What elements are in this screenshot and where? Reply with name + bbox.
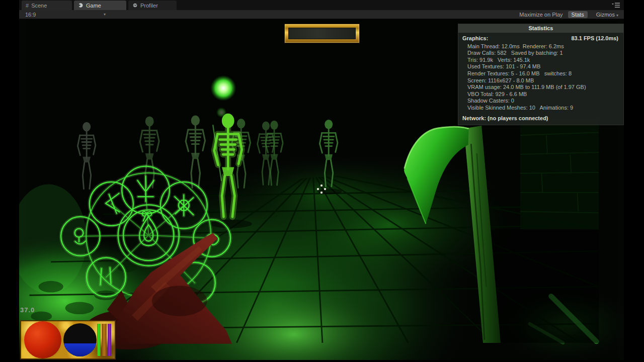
stat-line: Tris: 91.9k Verts: 145.1k [458, 57, 623, 64]
stat-line: Draw Calls: 582 Saved by batching: 1 [458, 50, 623, 57]
tab-game-label: Game [86, 3, 101, 9]
screenshot-root: # Scene Game Profiler [0, 0, 644, 362]
toolbar-right-group: Maximize on Play Stats Gizmos ▾ [519, 10, 622, 19]
crosshair-dot [320, 192, 323, 194]
statistics-panel: Statistics Graphics: 83.1 FPS (12.0ms) M… [458, 24, 624, 125]
window-menu-icon[interactable] [612, 3, 620, 8]
mana-orb-fill [63, 343, 97, 356]
chevron-down-icon: ▾ [616, 13, 618, 18]
resource-bar [102, 324, 107, 356]
stats-button[interactable]: Stats [568, 11, 588, 18]
hud-counter: 37.0 [20, 306, 35, 314]
shadow-overlay [489, 230, 599, 343]
chevron-down-icon: ▾ [104, 12, 106, 17]
graphics-row: Graphics: 83.1 FPS (12.0ms) [458, 33, 623, 43]
game-viewport[interactable]: Statistics Graphics: 83.1 FPS (12.0ms) M… [19, 19, 624, 360]
tab-game[interactable]: Game [74, 1, 126, 10]
crosshair-dot [320, 185, 323, 187]
statistics-title: Statistics [458, 24, 623, 33]
scene-grid-icon: # [26, 3, 29, 9]
stat-line: Visible Skinned Meshes: 10 Animations: 9 [458, 105, 623, 112]
stamina-bar [97, 324, 101, 356]
health-orb [24, 321, 61, 358]
maximize-on-play-button[interactable]: Maximize on Play [519, 12, 562, 18]
aspect-ratio-dropdown[interactable]: 16:9 ▾ [22, 11, 109, 19]
editor-tab-bar: # Scene Game Profiler [19, 0, 624, 10]
stat-line: Render Textures: 5 - 16.0 MB switches: 8 [458, 70, 623, 77]
profiler-icon [132, 3, 138, 8]
network-status: Network: (no players connected) [458, 112, 623, 125]
magic-bar [108, 324, 111, 356]
stat-line: Shadow Casters: 0 [458, 98, 623, 105]
game-view-icon [78, 3, 84, 8]
enemy-health-bar-empty [288, 28, 356, 39]
stat-line: VRAM usage: 24.0 MB to 111.9 MB (of 1.97… [458, 84, 623, 91]
crosshair-dot [317, 188, 319, 190]
game-view-toolbar: 16:9 ▾ Maximize on Play Stats Gizmos ▾ [19, 10, 624, 19]
tab-profiler-label: Profiler [140, 3, 158, 9]
player-hud-panel [20, 320, 116, 359]
tab-scene[interactable]: # Scene [22, 1, 72, 10]
fps-value: 83.1 FPS (12.0ms) [571, 35, 618, 42]
mana-orb [63, 323, 97, 356]
crosshair-dot [324, 188, 326, 190]
stat-line: Used Textures: 101 - 97.4 MB [458, 63, 623, 70]
gizmos-label: Gizmos [596, 12, 615, 18]
unity-editor-window: # Scene Game Profiler [19, 0, 624, 360]
gizmos-button[interactable]: Gizmos ▾ [593, 11, 622, 18]
tab-profiler[interactable]: Profiler [128, 1, 177, 10]
stat-line: Screen: 1116x627 - 8.0 MB [458, 77, 623, 84]
tab-scene-label: Scene [31, 3, 47, 9]
stat-line: Main Thread: 12.0ms Renderer: 6.2ms [458, 43, 623, 50]
stat-line: VBO Total: 929 - 6.6 MB [458, 91, 623, 98]
aspect-ratio-value: 16:9 [25, 12, 36, 18]
enemy-health-bar-frame [284, 24, 360, 43]
dungeon-wall-bricks [520, 118, 599, 230]
graphics-label: Graphics: [462, 35, 488, 42]
crosshair [315, 183, 328, 196]
